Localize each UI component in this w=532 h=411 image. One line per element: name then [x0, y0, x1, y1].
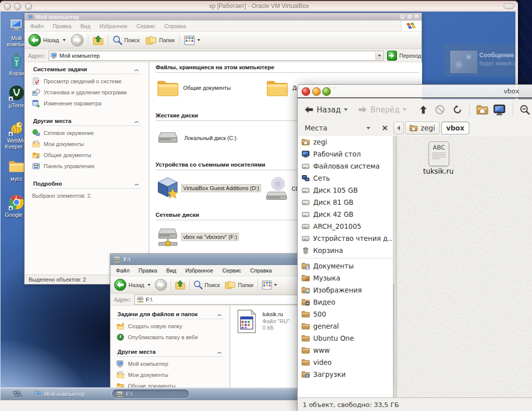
task-link[interactable]: Сетевое окружение — [32, 129, 142, 137]
file-shared-docs[interactable]: Общие документы — [157, 79, 232, 97]
forward-label[interactable]: Вперёд — [370, 105, 400, 114]
file-disk-c[interactable]: Локальный диск (C:) — [158, 130, 238, 145]
task-link[interactable]: Просмотр сведений о системе — [32, 77, 142, 85]
back-icon[interactable] — [114, 279, 126, 291]
start-flag-icon[interactable] — [12, 389, 23, 398]
sidebar-item-видео[interactable]: Видео — [298, 296, 393, 308]
up-folder-icon[interactable] — [175, 280, 186, 291]
address-dropdown-button[interactable] — [375, 52, 383, 60]
sidebar-item-сеть[interactable]: Сеть — [298, 172, 393, 184]
menu-view[interactable]: Вид — [76, 23, 95, 29]
forward-icon[interactable] — [155, 279, 167, 291]
home-icon[interactable] — [476, 104, 489, 116]
sidebar-item-500[interactable]: 500 — [298, 308, 393, 320]
places-label[interactable]: Места — [305, 124, 327, 132]
task-section-header[interactable]: Другие места︽ — [116, 349, 224, 357]
up-folder-icon[interactable] — [92, 35, 104, 46]
task-link[interactable]: Создать новую папку — [116, 322, 224, 330]
menu-edit[interactable]: Правка — [48, 23, 76, 29]
close-sidebar-icon[interactable] — [381, 124, 388, 131]
collapse-chevron-icon[interactable]: ︽ — [135, 182, 139, 186]
taskbar-button-f-drive[interactable]: F:\ — [111, 389, 190, 399]
task-link[interactable]: Изменение параметра — [32, 99, 142, 107]
go-icon[interactable] — [387, 51, 397, 61]
back-dropdown-caret[interactable] — [148, 284, 151, 286]
sidebar-item-изображения[interactable]: Изображения — [298, 284, 393, 296]
task-section-header[interactable]: Подробно︽ — [32, 181, 142, 189]
back-icon[interactable] — [304, 106, 314, 113]
sidebar-item-файловая-система[interactable]: Файловая система — [298, 160, 393, 172]
file-icon-tuksik[interactable]: ABC — [429, 142, 449, 166]
views-icon[interactable] — [262, 280, 272, 290]
computer-icon[interactable] — [493, 104, 506, 116]
sidebar-item-video[interactable]: video — [298, 356, 393, 368]
forward-icon[interactable] — [71, 34, 84, 47]
menu-help[interactable]: Справка — [246, 267, 277, 273]
views-dropdown-caret[interactable] — [197, 39, 200, 41]
window-f-drive[interactable]: F:\ Файл Правка Вид Избранное Сервис Спр… — [110, 253, 321, 399]
file-net-drive[interactable]: vbox на "vboxsrv" (F:) — [157, 226, 238, 248]
path-button-vbox[interactable]: vbox — [441, 121, 469, 134]
sidebar-item-рабочий-стол[interactable]: Рабочий стол — [298, 148, 393, 160]
back-label[interactable]: Назад — [317, 105, 341, 114]
forward-icon[interactable] — [358, 106, 367, 113]
sidebar-item-диск-42-gb[interactable]: Диск 42 GB — [298, 208, 393, 220]
sidebar-item-www[interactable]: www — [298, 344, 393, 356]
task-link[interactable]: Панель управления — [32, 162, 142, 170]
address-combo[interactable]: F:\ — [135, 295, 300, 305]
folders-label[interactable]: Папки — [238, 282, 253, 288]
go-label[interactable]: Переход — [400, 53, 422, 59]
window-f-titlebar[interactable]: F:\ — [110, 254, 320, 265]
close-button[interactable]: × — [414, 14, 420, 20]
menu-tools[interactable]: Сервис — [132, 23, 160, 29]
sidebar-item-музыка[interactable]: Музыка — [298, 272, 393, 284]
folders-label[interactable]: Папки — [159, 37, 175, 43]
minimize-button[interactable] — [400, 14, 406, 20]
reload-icon[interactable] — [453, 105, 462, 114]
task-link[interactable]: Общие документы — [32, 151, 142, 159]
back-label[interactable]: Назад — [128, 282, 145, 288]
task-link[interactable]: Мои документы — [116, 371, 224, 379]
menu-favorites[interactable]: Избранное — [95, 23, 132, 29]
file-label-tuksik[interactable]: tuksik.ru — [412, 167, 465, 175]
menu-file[interactable]: Файл — [111, 267, 134, 273]
sidebar-item-документы[interactable]: Документы — [298, 260, 393, 272]
up-icon[interactable] — [420, 105, 427, 114]
sidebar-item-arch_201005[interactable]: ARCH_201005 — [298, 220, 393, 232]
task-link[interactable]: Установка и удаление программ — [32, 88, 142, 96]
sidebar-item-ubuntu-one[interactable]: Ubuntu One — [298, 332, 393, 344]
file-tuksik[interactable]: tuksik.ru Файл "RU" 0 КБ — [236, 310, 291, 333]
views-dropdown-caret[interactable] — [274, 284, 277, 286]
sidebar-item-диск-81-gb[interactable]: Диск 81 GB — [298, 196, 393, 208]
path-button-zegi[interactable]: zegi — [405, 121, 440, 134]
menu-tools[interactable]: Сервис — [218, 267, 246, 273]
task-link[interactable]: Мои документы — [32, 140, 142, 148]
path-scroll-left-button[interactable] — [393, 121, 404, 134]
sidebar-item-устройство-чтения-д-[interactable]: Устройство чтения д… — [298, 232, 393, 244]
nautilus-file-area[interactable]: ABC tuksik.ru — [397, 136, 532, 397]
sidebar-item-загрузки[interactable]: Загрузки — [298, 368, 393, 380]
back-dropdown-caret[interactable] — [344, 108, 348, 111]
nautilus-window[interactable]: vbox Назад Вперёд Места zegi vbox zegiРа… — [297, 84, 532, 411]
menu-edit[interactable]: Правка — [134, 267, 162, 273]
folders-icon[interactable] — [225, 280, 236, 290]
zoom-out-icon[interactable] — [519, 104, 530, 115]
nautilus-titlebar[interactable]: vbox — [298, 85, 532, 98]
menu-help[interactable]: Справка — [160, 23, 191, 29]
back-dropdown-caret[interactable] — [63, 39, 66, 41]
task-section-header[interactable]: Задачи для файлов и папок︽ — [116, 311, 224, 319]
address-combo[interactable]: Мой компьютер — [49, 51, 384, 61]
task-section-header[interactable]: Другие места︽ — [32, 118, 142, 126]
task-link[interactable]: Мой компьютер — [116, 360, 224, 368]
sidebar-item-корзина[interactable]: Корзина — [298, 244, 393, 256]
back-label[interactable]: Назад — [43, 37, 59, 43]
virtualbox-titlebar[interactable]: xp [Работает] - Oracle VM VirtualBox — [0, 1, 518, 12]
collapse-chevron-icon[interactable]: ︽ — [217, 350, 221, 354]
forward-dropdown-caret[interactable] — [403, 108, 407, 111]
sidebar-item-диск-105-gb[interactable]: Диск 105 GB — [298, 184, 393, 196]
stop-icon[interactable] — [435, 105, 445, 114]
task-section-header[interactable]: Системные задачи︽ — [32, 66, 142, 74]
file-vbox-dvd[interactable]: VirtualBox Guest Additions (D:) — [157, 177, 260, 200]
search-label[interactable]: Поиск — [205, 282, 220, 288]
sidebar-item-zegi[interactable]: zegi — [298, 136, 393, 148]
